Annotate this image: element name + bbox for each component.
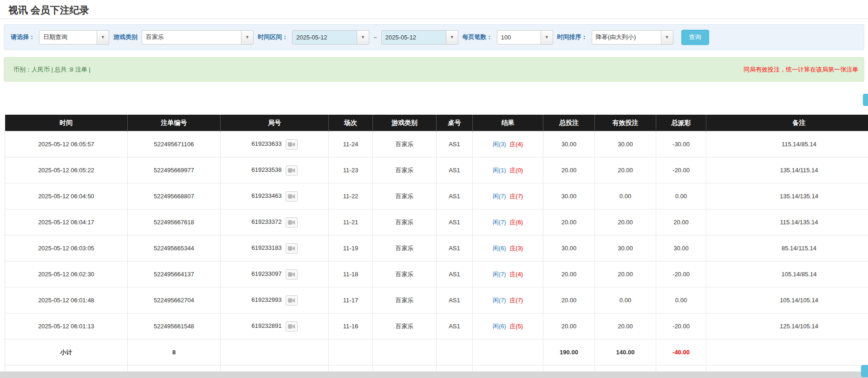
cell-empty bbox=[437, 339, 473, 365]
page-size-input[interactable] bbox=[497, 30, 541, 45]
table-row: 2025-05-12 06:05:57 522495671106 6192336… bbox=[5, 131, 868, 157]
time-sort-input[interactable] bbox=[592, 30, 661, 45]
select-type-dropdown-button[interactable]: ▼ bbox=[97, 30, 109, 45]
cell-session: 11-17 bbox=[329, 287, 373, 313]
game-type-dropdown-button[interactable]: ▼ bbox=[241, 30, 254, 45]
date-from-input[interactable] bbox=[292, 30, 357, 45]
cell-remark: 85.14/115.14 bbox=[706, 235, 868, 261]
cell-empty bbox=[221, 339, 329, 365]
cell-bet-id: 522495661548 bbox=[128, 313, 221, 339]
subtotal-count: 8 bbox=[128, 339, 221, 365]
time-sort-label: 时间排序： bbox=[557, 33, 587, 41]
table-body: 2025-05-12 06:05:57 522495671106 6192336… bbox=[5, 131, 868, 339]
cell-total-bet[interactable]: 20.00 bbox=[543, 157, 595, 183]
cell-total-bet[interactable]: 30.00 bbox=[543, 235, 595, 261]
cell-table-no: AS1 bbox=[437, 183, 473, 209]
table-header: 时间 注单编号 局号 场次 游戏类别 桌号 结果 总投注 有效投注 总派彩 备注 bbox=[5, 115, 868, 131]
cell-game-type: 百家乐 bbox=[373, 313, 437, 339]
cell-empty bbox=[373, 339, 437, 365]
cell-total-bet[interactable]: 20.00 bbox=[543, 287, 595, 313]
cell-table-no: AS1 bbox=[437, 261, 473, 287]
cell-time: 2025-05-12 06:05:22 bbox=[5, 157, 128, 183]
result-player: 闲(7) bbox=[493, 219, 506, 226]
result-banker: 庄(0) bbox=[509, 167, 523, 174]
result-banker: 庄(3) bbox=[509, 245, 523, 252]
round-video-button[interactable] bbox=[286, 165, 298, 176]
round-video-button[interactable] bbox=[286, 321, 298, 332]
chevron-down-icon: ▼ bbox=[361, 35, 365, 39]
cell-game-type: 百家乐 bbox=[373, 157, 437, 183]
date-to-dropdown-button[interactable]: ▼ bbox=[446, 30, 458, 45]
cell-time: 2025-05-12 06:04:17 bbox=[5, 209, 128, 235]
round-video-button[interactable] bbox=[286, 139, 298, 150]
cell-session: 11-24 bbox=[329, 131, 373, 157]
clipped-button-bottom[interactable] bbox=[861, 365, 868, 377]
cell-time: 2025-05-12 06:05:57 bbox=[5, 131, 128, 157]
cell-round: 619233633 bbox=[221, 131, 329, 157]
time-sort-dropdown-button[interactable]: ▼ bbox=[661, 30, 673, 45]
cell-remark: 105.14/105.14 bbox=[706, 287, 868, 313]
page-size-label: 每页笔数： bbox=[463, 33, 493, 41]
result-player: 闲(7) bbox=[493, 193, 506, 200]
search-button[interactable]: 查询 bbox=[681, 30, 709, 45]
cell-total-bet[interactable]: 20.00 bbox=[543, 209, 595, 235]
page-footer-strip bbox=[0, 371, 868, 378]
video-camera-icon bbox=[288, 220, 295, 225]
chevron-down-icon: ▼ bbox=[545, 35, 549, 39]
header-total-bet: 总投注 bbox=[543, 115, 595, 131]
round-number: 619232891 bbox=[251, 322, 281, 329]
cell-payout: 0.00 bbox=[656, 287, 706, 313]
cell-round: 619232993 bbox=[221, 287, 329, 313]
cell-empty bbox=[473, 339, 543, 365]
cell-payout: 20.00 bbox=[656, 209, 706, 235]
page-size-dropdown-button[interactable]: ▼ bbox=[541, 30, 553, 45]
time-range-label: 时间区间： bbox=[258, 33, 288, 41]
cell-total-bet[interactable]: 20.00 bbox=[543, 313, 595, 339]
clipped-button-top[interactable] bbox=[863, 94, 868, 106]
cell-result: 闲(7) 庄(7) bbox=[473, 183, 543, 209]
result-banker: 庄(5) bbox=[509, 323, 523, 330]
cell-game-type: 百家乐 bbox=[373, 235, 437, 261]
table-row: 2025-05-12 06:03:05 522495665344 6192331… bbox=[5, 235, 868, 261]
header-remark: 备注 bbox=[706, 115, 868, 131]
date-to-input[interactable] bbox=[381, 30, 446, 45]
cell-round: 619233463 bbox=[221, 183, 329, 209]
select-type-input[interactable] bbox=[39, 30, 97, 45]
cell-time: 2025-05-12 06:04:50 bbox=[5, 183, 128, 209]
round-video-button[interactable] bbox=[286, 243, 298, 254]
cell-total-bet[interactable]: 20.00 bbox=[543, 261, 595, 287]
round-video-button[interactable] bbox=[286, 295, 298, 306]
date-from-combobox: ▼ bbox=[292, 30, 369, 45]
table-row: 2025-05-12 06:05:22 522495669977 6192335… bbox=[5, 157, 868, 183]
result-player: 闲(6) bbox=[493, 323, 506, 330]
header-bet-id: 注单编号 bbox=[128, 115, 221, 131]
round-video-button[interactable] bbox=[286, 217, 298, 228]
round-video-button[interactable] bbox=[286, 191, 298, 202]
cell-round: 619233183 bbox=[221, 235, 329, 261]
cell-payout: 0.00 bbox=[656, 183, 706, 209]
game-type-input[interactable] bbox=[142, 30, 241, 45]
cell-game-type: 百家乐 bbox=[373, 131, 437, 157]
chevron-down-icon: ▼ bbox=[665, 35, 669, 39]
cell-remark: 115.14/85.14 bbox=[706, 131, 868, 157]
video-camera-icon bbox=[288, 272, 295, 277]
cell-session: 11-23 bbox=[329, 157, 373, 183]
round-number: 619233372 bbox=[251, 218, 281, 225]
round-video-button[interactable] bbox=[286, 269, 298, 280]
cell-session: 11-18 bbox=[329, 261, 373, 287]
cell-session: 11-16 bbox=[329, 313, 373, 339]
date-from-dropdown-button[interactable]: ▼ bbox=[357, 30, 369, 45]
cell-result: 闲(7) 庄(4) bbox=[473, 261, 543, 287]
cell-round: 619233372 bbox=[221, 209, 329, 235]
cell-remark: 135.14/135.14 bbox=[706, 183, 868, 209]
cell-table-no: AS1 bbox=[437, 313, 473, 339]
subtotal-row: 小计 8 190.00 140.00 -40.00 bbox=[5, 339, 868, 365]
cell-total-bet[interactable]: 30.00 bbox=[543, 183, 595, 209]
cell-remark: 125.14/105.14 bbox=[706, 313, 868, 339]
cell-table-no: AS1 bbox=[437, 131, 473, 157]
round-number: 619233097 bbox=[251, 270, 281, 277]
cell-empty bbox=[706, 339, 868, 365]
header-round: 局号 bbox=[221, 115, 329, 131]
cell-game-type: 百家乐 bbox=[373, 183, 437, 209]
cell-total-bet[interactable]: 30.00 bbox=[543, 131, 595, 157]
